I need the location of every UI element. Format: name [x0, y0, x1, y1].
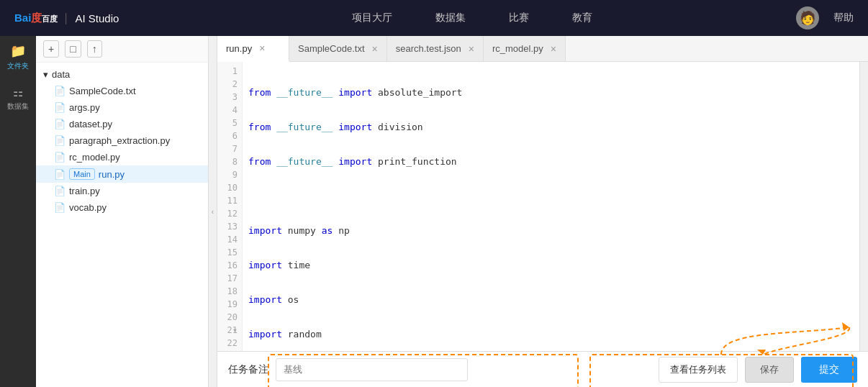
bottom-toolbar: 任务备注 查看任务列表 保存 提交	[217, 351, 868, 387]
sidebar-icon-files[interactable]: 📁 文件夹	[7, 43, 29, 71]
new-folder-button[interactable]: □	[65, 40, 81, 58]
upload-button[interactable]: ↑	[87, 40, 102, 58]
file-name: SampleCode.txt	[69, 86, 136, 96]
nav-logo: Bai度百度 │ AI Studio	[14, 12, 119, 25]
task-note-label: 任务备注	[228, 363, 268, 376]
new-file-button[interactable]: +	[43, 40, 59, 58]
tab-label: search.test.json	[396, 43, 461, 54]
tab-label: rc_model.py	[492, 43, 543, 54]
tab-close-icon[interactable]: ×	[372, 43, 378, 55]
file-icon: 📄	[54, 119, 65, 129]
code-editor[interactable]: 1 2 3 4 5 6 7 8 9 10 11 12 13 14 15 16 1…	[217, 62, 868, 351]
line-numbers: 1 2 3 4 5 6 7 8 9 10 11 12 13 14 15 16 1…	[217, 62, 243, 351]
panel-toggle[interactable]: ‹	[209, 36, 217, 387]
list-item[interactable]: 📄 rc_model.py	[36, 149, 208, 165]
file-name: paragraph_extraction.py	[69, 135, 170, 146]
sidebar-icon-dataset[interactable]: ⚏ 数据集	[7, 86, 29, 111]
file-toolbar: + □ ↑	[36, 36, 208, 63]
root-folder[interactable]: ▾ data	[36, 66, 208, 83]
vertical-scrollbar[interactable]	[859, 62, 868, 351]
file-name: vocab.py	[69, 202, 107, 213]
main-layout: 📁 文件夹 ⚏ 数据集 + □ ↑ ▾ data 📄 SampleCode.tx…	[0, 36, 868, 387]
editor-area: run.py × SampleCode.txt × search.test.js…	[217, 36, 868, 387]
nav-item-education[interactable]: 教育	[572, 12, 592, 24]
tab-close-icon[interactable]: ×	[469, 43, 474, 55]
submit-button[interactable]: 提交	[801, 357, 857, 383]
file-icon: 📄	[54, 169, 65, 180]
view-tasks-button[interactable]: 查看任务列表	[659, 357, 738, 383]
nav-right: 🧑 帮助	[796, 6, 854, 29]
list-item[interactable]: 📄 dataset.py	[36, 116, 208, 132]
task-note-input[interactable]	[276, 358, 468, 381]
nav-item-competition[interactable]: 比赛	[509, 12, 529, 24]
nav-item-datasets[interactable]: 数据集	[435, 12, 466, 24]
file-icon: 📄	[54, 102, 65, 113]
logo-divider: │	[63, 13, 69, 24]
tab-label: SampleCode.txt	[298, 43, 365, 54]
tab-rc-model[interactable]: rc_model.py ×	[484, 36, 566, 61]
tab-label: run.py	[226, 43, 252, 54]
file-name: rc_model.py	[69, 152, 120, 163]
folder-name: data	[52, 69, 70, 80]
save-button[interactable]: 保存	[745, 357, 794, 383]
editor-tabs: run.py × SampleCode.txt × search.test.js…	[217, 36, 868, 62]
list-item[interactable]: 📄 SampleCode.txt	[36, 83, 208, 99]
sidebar-dataset-label: 数据集	[7, 101, 29, 111]
file-icon: 📄	[54, 86, 65, 96]
tab-close-icon[interactable]: ×	[259, 42, 265, 54]
file-name: run.py	[99, 169, 125, 180]
avatar[interactable]: 🧑	[796, 6, 819, 29]
code-content[interactable]: from __future__ import absolute_import f…	[243, 62, 859, 351]
file-tree: ▾ data 📄 SampleCode.txt 📄 args.py 📄 data…	[36, 63, 208, 387]
file-name: train.py	[69, 186, 100, 196]
dataset-icon: ⚏	[13, 86, 23, 99]
file-name: args.py	[69, 102, 100, 113]
list-item[interactable]: 📄 Main run.py	[36, 165, 208, 183]
file-name: dataset.py	[69, 119, 112, 129]
file-icon: 📄	[54, 202, 65, 213]
list-item[interactable]: 📄 args.py	[36, 99, 208, 116]
nav-items: 项目大厅 数据集 比赛 教育	[148, 12, 796, 24]
list-item[interactable]: 📄 train.py	[36, 183, 208, 199]
nav-help[interactable]: 帮助	[833, 12, 854, 24]
main-badge: Main	[69, 168, 95, 180]
nav-item-projects[interactable]: 项目大厅	[352, 12, 392, 24]
list-item[interactable]: 📄 paragraph_extraction.py	[36, 132, 208, 149]
file-icon: 📄	[54, 186, 65, 196]
tab-samplecode[interactable]: SampleCode.txt ×	[289, 36, 387, 61]
logo-ai-studio: AI Studio	[75, 12, 119, 24]
sidebar-files-label: 文件夹	[7, 61, 29, 71]
sidebar-icons: 📁 文件夹 ⚏ 数据集	[0, 36, 36, 387]
list-item[interactable]: 📄 vocab.py	[36, 199, 208, 216]
tab-search-test[interactable]: search.test.json ×	[387, 36, 484, 61]
folder-icon: 📁	[10, 43, 26, 59]
tab-close-icon[interactable]: ×	[551, 43, 556, 55]
file-panel: + □ ↑ ▾ data 📄 SampleCode.txt 📄 args.py …	[36, 36, 209, 387]
tab-run-py[interactable]: run.py ×	[217, 36, 289, 62]
top-nav: Bai度百度 │ AI Studio 项目大厅 数据集 比赛 教育 🧑 帮助	[0, 0, 868, 36]
logo-baidu: Bai度百度	[14, 12, 58, 25]
file-icon: 📄	[54, 135, 65, 146]
chevron-down-icon: ▾	[43, 69, 48, 80]
file-icon: 📄	[54, 152, 65, 163]
